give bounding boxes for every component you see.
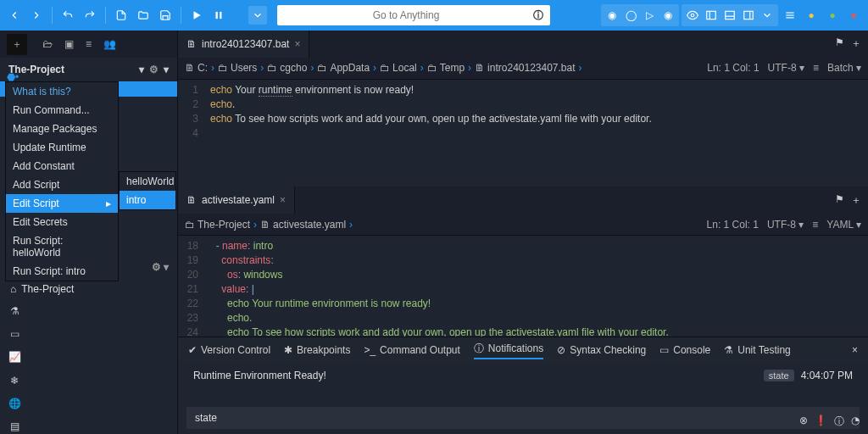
panel-right-icon[interactable] <box>739 6 758 25</box>
home-icon: ⌂ <box>10 283 16 295</box>
bottom-panel-tabs: ✔Version Control ✱Breakpoints >_Command … <box>178 337 868 364</box>
ctx-add-constant[interactable]: Add Constant <box>6 157 118 175</box>
tab-console[interactable]: ▭Console <box>659 344 710 356</box>
svg-rect-1 <box>216 12 218 19</box>
projects-gear-icon[interactable]: ⚙ ▾ <box>152 261 169 273</box>
terminal-icon[interactable]: ▭ <box>6 326 23 341</box>
line-end-icon[interactable]: ≡ <box>813 62 819 74</box>
forward-button[interactable] <box>27 6 46 25</box>
notification-text: Runtime Environment Ready! <box>193 370 326 381</box>
gear-icon[interactable]: ⚙ <box>149 64 159 75</box>
close-panel-icon[interactable]: × <box>852 344 858 356</box>
svg-rect-2 <box>220 12 221 19</box>
tab-activestate[interactable]: 🗎 activestate.yaml × <box>178 186 295 214</box>
tab-command-output[interactable]: >_Command Output <box>364 344 459 356</box>
ctx-edit-script[interactable]: Edit Script▸ <box>6 194 118 213</box>
plus-icon[interactable]: ＋ <box>851 193 861 208</box>
flask-icon[interactable]: ⚗ <box>6 303 23 318</box>
context-submenu: helloWorld intro <box>119 171 176 210</box>
files-icon[interactable]: 🗁 <box>42 38 53 50</box>
sync-icon[interactable]: ◔ <box>851 415 860 429</box>
flag-icon[interactable]: ⚑ <box>835 193 844 208</box>
ctx-add-script[interactable]: Add Script <box>6 175 118 194</box>
tab-notifications[interactable]: ⓘNotifications <box>474 342 543 359</box>
open-file-button[interactable] <box>134 6 153 25</box>
chart-icon[interactable]: 📈 <box>6 350 23 364</box>
encoding[interactable]: UTF-8 ▾ <box>768 62 804 74</box>
save-button[interactable] <box>156 6 175 25</box>
back-button[interactable] <box>5 6 24 25</box>
globe-icon[interactable]: 🌐 <box>6 396 23 410</box>
run-button[interactable] <box>187 6 206 25</box>
play-small-icon[interactable]: ▷ <box>640 6 659 25</box>
undo-button[interactable] <box>58 6 77 25</box>
ctx-edit-secrets[interactable]: Edit Secrets <box>6 213 118 231</box>
snow-icon[interactable]: ❄ <box>6 373 23 387</box>
eye-icon[interactable] <box>683 6 702 25</box>
warning-icon[interactable]: ❗ <box>815 415 827 429</box>
ctx-what-is-this[interactable]: What is this? <box>6 82 118 101</box>
sub-intro[interactable]: intro <box>120 191 175 209</box>
record2-icon[interactable]: ◉ <box>659 6 677 25</box>
hamburger-icon[interactable] <box>781 6 799 25</box>
dropdown-button[interactable] <box>248 6 267 25</box>
svg-rect-4 <box>707 11 716 19</box>
footer-icons: ⊗ ❗ ⓘ ◔ <box>799 415 860 429</box>
book-icon[interactable]: ▤ <box>6 420 23 434</box>
record-icon[interactable]: ◉ <box>603 6 621 25</box>
search-input[interactable] <box>277 5 550 25</box>
command-input[interactable]: state <box>186 407 860 429</box>
info-icon[interactable]: ⓘ <box>834 415 844 429</box>
file-icon: 🗎 <box>186 194 197 206</box>
panel-bottom-icon[interactable] <box>721 6 739 25</box>
tab-syntax[interactable]: ⊘Syntax Checking <box>557 344 646 356</box>
tree-item[interactable]: ⌂The-Project <box>10 281 167 297</box>
tab-version-control[interactable]: ✔Version Control <box>188 344 270 356</box>
ctx-manage-packages[interactable]: Manage Packages <box>6 120 118 138</box>
new-file-button[interactable] <box>112 6 131 25</box>
tab-unit-testing[interactable]: ⚗Unit Testing <box>724 344 790 356</box>
svg-rect-6 <box>726 11 735 19</box>
chevron-right-icon: ▸ <box>106 198 111 209</box>
db-icon[interactable]: ≡ <box>86 38 92 50</box>
top-toolbar: ◉ ◯ ▷ ◉ ● ● ● <box>0 0 868 31</box>
file-icon: 🗎 <box>186 38 197 50</box>
plus-icon[interactable]: ＋ <box>851 36 861 51</box>
close-tab-icon[interactable]: × <box>294 38 300 50</box>
cursor-pos: Ln: 1 Col: 1 <box>707 62 759 74</box>
ctx-run-intro[interactable]: Run Script: intro <box>6 262 118 281</box>
maximize-icon[interactable]: ● <box>823 6 842 25</box>
sub-helloworld[interactable]: helloWorld <box>120 172 175 191</box>
ctx-run-hello[interactable]: Run Script: helloWorld <box>6 231 118 262</box>
code-icon[interactable]: ▣ <box>64 38 74 50</box>
add-tab-button[interactable]: ＋ <box>7 34 27 55</box>
svg-marker-0 <box>194 11 201 19</box>
flag-icon[interactable]: ⚑ <box>835 36 844 51</box>
error-icon[interactable]: ⊗ <box>799 415 808 429</box>
notification-row: Runtime Environment Ready! state 4:04:07… <box>178 364 868 389</box>
pause-button[interactable] <box>209 6 228 25</box>
editor-1[interactable]: 1234 echo Your runtime environment is no… <box>178 80 868 187</box>
tab-breakpoints[interactable]: ✱Breakpoints <box>284 344 350 356</box>
notification-time: 4:04:07 PM <box>801 370 853 381</box>
chevron-down-icon[interactable] <box>758 6 776 25</box>
redo-button[interactable] <box>81 6 99 25</box>
breadcrumb: 🗎C:› 🗀Users› 🗀cgcho› 🗀AppData› 🗀Local› 🗀… <box>178 58 868 80</box>
panel-left-icon[interactable] <box>702 6 721 25</box>
language-mode[interactable]: Batch ▾ <box>827 62 861 74</box>
stop-icon[interactable]: ◯ <box>621 6 640 25</box>
editor-2[interactable]: 18192021222324 - name: intro constraints… <box>178 236 868 337</box>
activity-bar: ⚗ ▭ 📈 ❄ 🌐 ▤ <box>0 297 29 434</box>
tab-intro-bat[interactable]: 🗎 intro240123407.bat × <box>178 31 309 58</box>
ctx-update-runtime[interactable]: Update Runtime <box>6 138 118 157</box>
close-tab-icon[interactable]: × <box>280 194 286 206</box>
minimize-icon[interactable]: ● <box>802 6 821 25</box>
search-box <box>277 5 550 25</box>
ctx-run-command[interactable]: Run Command... <box>6 101 118 120</box>
users-icon[interactable]: 👥 <box>103 38 116 50</box>
close-window-icon[interactable]: ● <box>844 6 863 25</box>
svg-point-3 <box>691 14 694 17</box>
context-menu: What is this? Run Command... Manage Pack… <box>5 81 119 281</box>
notification-badge: state <box>764 370 794 381</box>
svg-rect-8 <box>744 11 754 19</box>
